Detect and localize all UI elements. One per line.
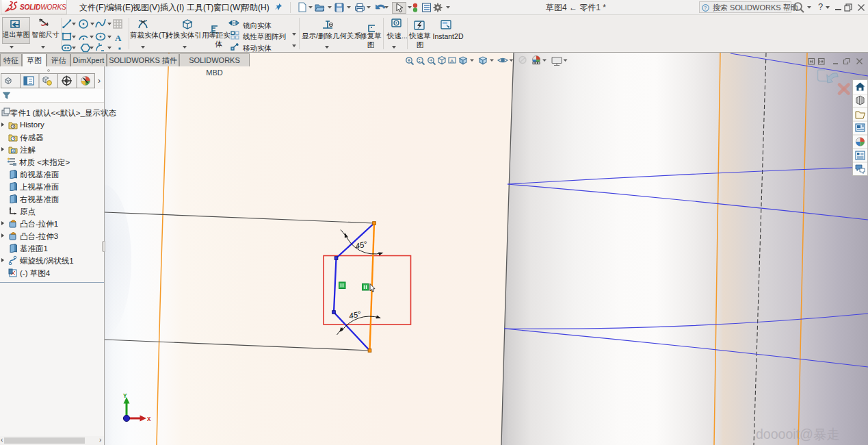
- svg-text:SOLIDWORKS: SOLIDWORKS: [20, 3, 66, 11]
- svg-text:X: X: [147, 416, 151, 423]
- svg-text:Y: Y: [123, 393, 127, 400]
- svg-text:A: A: [12, 149, 15, 153]
- svg-text:A: A: [115, 33, 122, 43]
- svg-text:?: ?: [704, 5, 707, 11]
- svg-text:dooooit@暴走: dooooit@暴走: [756, 427, 840, 442]
- svg-text:A: A: [450, 58, 454, 64]
